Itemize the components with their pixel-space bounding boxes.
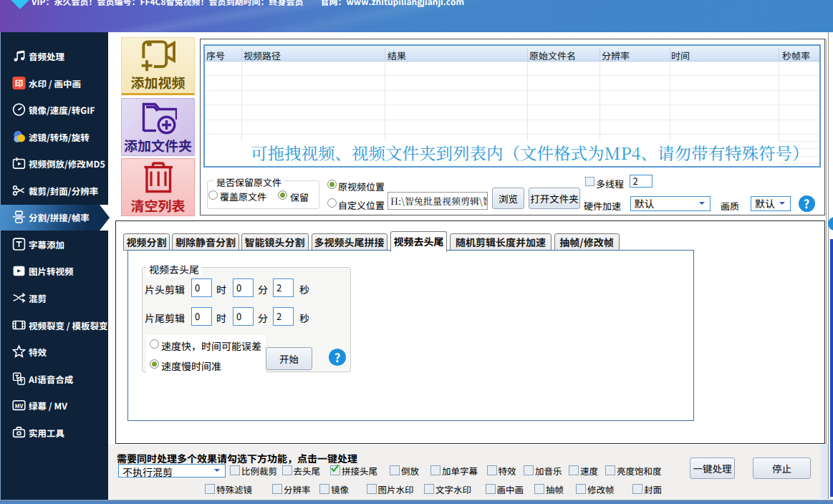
svg-text:MV: MV [15,402,24,410]
svg-text:印: 印 [15,76,24,88]
